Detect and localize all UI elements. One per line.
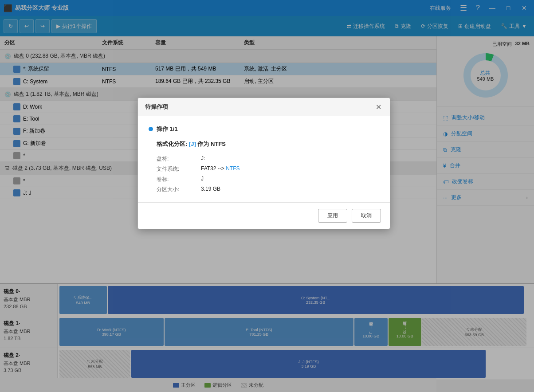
format-line-text: 格式化分区: <box>157 141 189 147</box>
filesystem-value: FAT32 --> NTFS <box>201 165 379 173</box>
cancel-button[interactable]: 取消 <box>352 209 381 223</box>
operation-details: 盘符: J: 文件系统: FAT32 --> NTFS 卷标: J 分区大小: … <box>149 155 379 193</box>
modal-body: 操作 1/1 格式化分区: [J] 作为 NTFS 盘符: J: 文件系统: F… <box>138 116 390 202</box>
modal-title: 待操作项 <box>145 103 168 111</box>
volume-label-value: J <box>201 176 379 183</box>
operation-label: 操作 1/1 <box>157 125 178 133</box>
apply-button[interactable]: 应用 <box>318 209 347 223</box>
format-line-j: [J] <box>189 141 196 147</box>
filesystem-label: 文件系统: <box>157 165 201 173</box>
operation-title: 操作 1/1 <box>149 125 379 133</box>
drive-value: J: <box>201 155 379 163</box>
operation-dot <box>149 127 153 131</box>
size-value: 3.19 GB <box>201 186 379 193</box>
modal-close-button[interactable]: ✕ <box>374 102 383 111</box>
modal-header: 待操作项 ✕ <box>138 98 390 116</box>
format-line-rest: 作为 NTFS <box>197 141 226 147</box>
drive-label: 盘符: <box>157 155 201 163</box>
volume-label-label: 卷标: <box>157 176 201 183</box>
modal-dialog: 待操作项 ✕ 操作 1/1 格式化分区: [J] 作为 NTFS 盘符: J: … <box>137 98 390 229</box>
format-line: 格式化分区: [J] 作为 NTFS <box>149 140 379 148</box>
modal-overlay: 待操作项 ✕ 操作 1/1 格式化分区: [J] 作为 NTFS 盘符: J: … <box>0 0 534 392</box>
size-label: 分区大小: <box>157 186 201 193</box>
modal-footer: 应用 取消 <box>138 202 390 229</box>
